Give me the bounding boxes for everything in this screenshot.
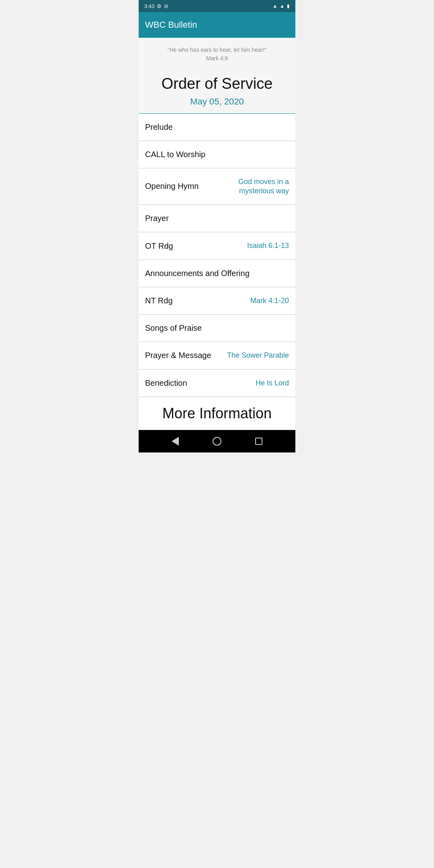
status-right: ▲ ▲ ▮ bbox=[272, 3, 290, 9]
scripture-reference: Mark 4:9 bbox=[148, 54, 286, 63]
dnd-icon bbox=[164, 3, 168, 9]
scripture-text: "He who has ears to hear, let him hear!" bbox=[148, 46, 286, 54]
home-button[interactable] bbox=[213, 437, 221, 446]
item-label: Announcements and Offering bbox=[145, 269, 250, 278]
service-item: CALL to Worship bbox=[139, 141, 295, 168]
main-content: "He who has ears to hear, let him hear!"… bbox=[139, 38, 295, 430]
service-item: Prelude bbox=[139, 114, 295, 141]
item-detail[interactable]: The Sower Parable bbox=[227, 351, 289, 360]
service-header: Order of Service May 05, 2020 bbox=[139, 67, 295, 113]
gear-icon bbox=[157, 3, 162, 9]
item-label: OT Rdg bbox=[145, 242, 173, 251]
service-title: Order of Service bbox=[148, 75, 286, 93]
status-bar: 3:43 ▲ ▲ ▮ bbox=[139, 0, 295, 12]
app-title: WBC Bulletin bbox=[145, 20, 197, 30]
service-item[interactable]: Prayer & MessageThe Sower Parable bbox=[139, 342, 295, 369]
item-label: Prayer & Message bbox=[145, 351, 211, 360]
service-item[interactable]: NT RdgMark 4:1-20 bbox=[139, 287, 295, 315]
back-button[interactable] bbox=[172, 437, 179, 446]
item-label: CALL to Worship bbox=[145, 150, 205, 159]
item-label: NT Rdg bbox=[145, 296, 173, 305]
service-item[interactable]: Opening HymnGod moves in a mysterious wa… bbox=[139, 168, 295, 205]
status-left: 3:43 bbox=[144, 3, 168, 9]
item-detail[interactable]: God moves in a mysterious way bbox=[209, 177, 289, 196]
item-label: Prayer bbox=[145, 214, 169, 223]
service-item[interactable]: BenedictionHe Is Lord bbox=[139, 370, 295, 397]
wifi-icon: ▲ bbox=[272, 3, 277, 9]
item-label: Songs of Praise bbox=[145, 323, 202, 333]
app-bar: WBC Bulletin bbox=[139, 12, 295, 38]
item-label: Prelude bbox=[145, 123, 173, 132]
recents-button[interactable] bbox=[255, 438, 262, 445]
service-list: PreludeCALL to WorshipOpening HymnGod mo… bbox=[139, 113, 295, 397]
time: 3:43 bbox=[144, 3, 154, 9]
service-item: Songs of Praise bbox=[139, 315, 295, 342]
item-label: Benediction bbox=[145, 379, 187, 388]
service-item: Announcements and Offering bbox=[139, 260, 295, 287]
service-item: Prayer bbox=[139, 205, 295, 232]
scripture-quote: "He who has ears to hear, let him hear!"… bbox=[139, 38, 295, 67]
more-info-title: More Information bbox=[145, 405, 289, 422]
signal-icon: ▲ bbox=[280, 3, 285, 9]
service-date: May 05, 2020 bbox=[148, 96, 286, 107]
battery-icon: ▮ bbox=[287, 3, 290, 9]
nav-bar bbox=[139, 430, 295, 452]
item-detail[interactable]: He Is Lord bbox=[256, 379, 289, 388]
item-label: Opening Hymn bbox=[145, 182, 199, 191]
service-item[interactable]: OT RdgIsaiah 6:1-13 bbox=[139, 232, 295, 260]
item-detail[interactable]: Isaiah 6:1-13 bbox=[247, 241, 289, 250]
more-info-section: More Information bbox=[139, 397, 295, 430]
item-detail[interactable]: Mark 4:1-20 bbox=[250, 296, 289, 305]
